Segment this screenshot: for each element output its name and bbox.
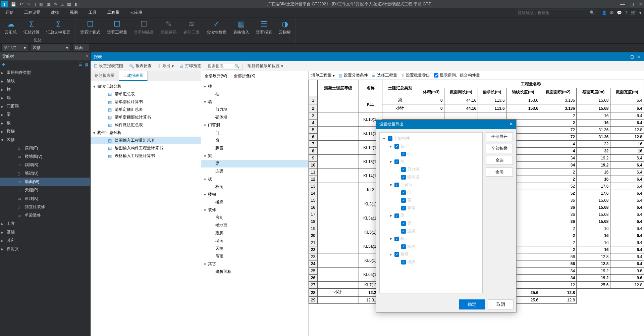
dialog-tree-item[interactable]: ▾✓梁 — [382, 212, 480, 220]
ribbon-button[interactable]: ▦表格输入 — [230, 18, 253, 35]
nav-tree-item[interactable]: ▸门窗洞 — [0, 102, 90, 110]
floor-select[interactable]: 第17层▾ — [1, 44, 28, 52]
menu-item[interactable]: 工程量 — [102, 8, 125, 17]
expand-icon[interactable]: ▸ — [1, 79, 5, 84]
checkbox-icon[interactable]: ✓ — [394, 183, 399, 187]
minimize-icon[interactable]: — — [620, 1, 625, 7]
dialog-side-button[interactable]: 全部折叠 — [486, 144, 513, 153]
menu-item[interactable]: 云应用 — [125, 8, 148, 17]
dialog-tree-item[interactable]: ▾✓板 — [382, 235, 480, 243]
report-tree-item[interactable]: ▤清单定额部位计算书 — [91, 113, 201, 121]
checkbox-icon[interactable]: ✓ — [401, 198, 406, 203]
expand-icon[interactable]: ▾ — [1, 138, 5, 142]
component-tree-item[interactable]: 建筑面积 — [201, 268, 308, 276]
panel-maximize-icon[interactable]: ▢ — [630, 54, 634, 59]
report-tree-item[interactable]: ▤清单汇总表 — [91, 90, 201, 98]
ribbon-button[interactable]: ☁云汇总 — [1, 18, 20, 35]
dialog-tree-item[interactable]: ✓楼梯 — [382, 258, 480, 266]
show-room-checkbox[interactable]: 显示房间、组合构件量 — [434, 73, 480, 78]
ribbon-button[interactable]: ☐查看工程量 — [104, 18, 130, 35]
component-tree-item[interactable]: 柱 — [201, 90, 308, 98]
component-type-select[interactable]: 装修▾ — [30, 44, 70, 52]
checkbox-icon[interactable]: ✓ — [394, 237, 399, 241]
ribbon-button[interactable]: ☐查看计算式 — [77, 18, 104, 35]
maximize-icon[interactable]: ▢ — [630, 1, 634, 7]
nav-add-icon[interactable]: ✚ — [2, 62, 5, 67]
report-tree-item[interactable]: ▤绘图输入工程量汇总表 — [91, 137, 201, 144]
dialog-side-button[interactable]: 全选 — [486, 156, 513, 165]
menu-item[interactable]: 建模 — [46, 8, 64, 17]
nav-tree-item[interactable]: ▸墙 — [0, 94, 90, 102]
dialog-tree-item[interactable]: ✓剪力墙 — [382, 165, 480, 173]
component-tree-item[interactable]: 楼梯 — [201, 198, 308, 206]
redo-icon[interactable]: ↷ — [26, 2, 30, 7]
component-tree-item[interactable]: ▾柱 — [201, 83, 308, 90]
nav-tree-item[interactable]: ▸自定义 — [0, 245, 90, 253]
expand-icon[interactable]: ▸ — [1, 238, 5, 243]
panel-minimize-icon[interactable]: — — [623, 54, 627, 59]
ribbon-button[interactable]: Σ汇总计算 — [20, 18, 43, 35]
dialog-side-button[interactable]: 全部展开 — [486, 132, 513, 141]
checkbox-icon[interactable]: ✓ — [394, 213, 399, 218]
qat-icon[interactable]: ⟂ — [61, 2, 64, 7]
nav-tree-item[interactable]: ▸常用构件类型 — [0, 68, 90, 77]
nav-tree-item[interactable]: ▸基础 — [0, 228, 90, 236]
reverse-lookup-button[interactable]: 🔍报表反查 — [128, 62, 153, 69]
undo-icon[interactable]: ↶ — [19, 2, 23, 7]
settings-icon[interactable]: 🛒 — [631, 10, 636, 15]
qty-mode-select[interactable]: 清单工程量 ▾ — [311, 73, 335, 78]
nav-tree-item[interactable]: ▾装修 — [0, 136, 90, 144]
nav-tree-item[interactable]: ⌂房间(F) — [0, 144, 90, 152]
qat-icon[interactable]: ▥ — [39, 2, 43, 7]
more-icon[interactable]: ▾ — [639, 10, 641, 15]
report-tree-item[interactable]: ▤清单定额汇总表 — [91, 106, 201, 113]
qat-icon[interactable]: ▦ — [67, 2, 71, 7]
checkbox-icon[interactable]: ✓ — [394, 159, 399, 164]
nav-tree-item[interactable]: ▭踢脚(S) — [0, 161, 90, 169]
dialog-side-button[interactable]: 全消 — [486, 167, 513, 177]
report-tree-item[interactable]: ▤表格输入工程量计算书 — [91, 152, 201, 160]
checkbox-icon[interactable]: ✓ — [401, 167, 406, 172]
search-icon[interactable]: 🔍 — [234, 64, 239, 68]
checkbox-icon[interactable]: ✓ — [401, 244, 406, 249]
nav-tree-item[interactable]: ▸土方 — [0, 220, 90, 228]
expand-icon[interactable]: ▸ — [1, 121, 5, 126]
nav-tree-item[interactable]: ▭楼地面(V) — [0, 152, 90, 161]
nav-tree-item[interactable]: ▸楼梯 — [0, 127, 90, 136]
qat-icon[interactable]: ◧ — [74, 2, 78, 7]
expand-icon[interactable]: ▸ — [1, 129, 5, 134]
component-tree-item[interactable]: 板洞 — [201, 183, 308, 191]
set-classification-button[interactable]: ▤设置分类条件 — [339, 73, 368, 78]
component-tree-item[interactable]: ▾其它 — [201, 260, 308, 268]
component-tree-item[interactable]: 剪力墙 — [201, 106, 308, 113]
report-tree-item[interactable]: ▤清单部位计算书 — [91, 98, 201, 106]
report-tab[interactable]: 土建报表量 — [119, 71, 148, 81]
dialog-tree-item[interactable]: ✓门 — [382, 189, 480, 196]
nav-tree-item[interactable]: ▸梁 — [0, 110, 90, 119]
checkbox-icon[interactable]: ✓ — [394, 144, 399, 149]
dialog-tree-item[interactable]: ✓梁 — [382, 220, 480, 227]
dialog-tree-item[interactable]: ✓砌体墙 — [382, 173, 480, 181]
expand-icon[interactable]: ▸ — [1, 222, 5, 226]
filter-select[interactable]: 墙面 — [72, 44, 89, 52]
panel-close-icon[interactable]: ✕ — [637, 54, 641, 59]
component-tree-item[interactable]: ▾墙 — [201, 98, 308, 106]
batch-export-setting-button[interactable]: ⇩设置批量导出 — [401, 73, 430, 78]
component-tree-item[interactable]: 天棚 — [201, 245, 308, 252]
dialog-tree-item[interactable]: ✓板洞 — [382, 243, 480, 250]
checkbox-icon[interactable]: ✓ — [401, 152, 406, 156]
collapse-all-button[interactable]: 全部折叠(X) — [234, 73, 255, 79]
report-search[interactable]: 🔍 — [206, 63, 243, 69]
checkbox-icon[interactable]: ✓ — [401, 229, 406, 234]
report-tree-item[interactable]: ▤构件做法汇总表 — [91, 121, 201, 129]
checkbox-icon[interactable]: ✓ — [401, 260, 406, 265]
expand-icon[interactable]: ▸ — [1, 70, 5, 75]
dialog-tree-item[interactable]: ▾✓楼梯 — [382, 250, 480, 258]
component-tree-item[interactable]: 房间 — [201, 214, 308, 222]
component-tree-item[interactable]: 门 — [201, 129, 308, 137]
component-tree-item[interactable]: 连梁 — [201, 167, 308, 175]
checkbox-icon[interactable]: ✓ — [401, 175, 406, 180]
component-tree-item[interactable]: ▾楼梯 — [201, 191, 308, 198]
component-tree-item[interactable]: ▾门窗洞 — [201, 121, 308, 129]
dialog-tree-item[interactable]: ▾✓柱 — [382, 142, 480, 150]
